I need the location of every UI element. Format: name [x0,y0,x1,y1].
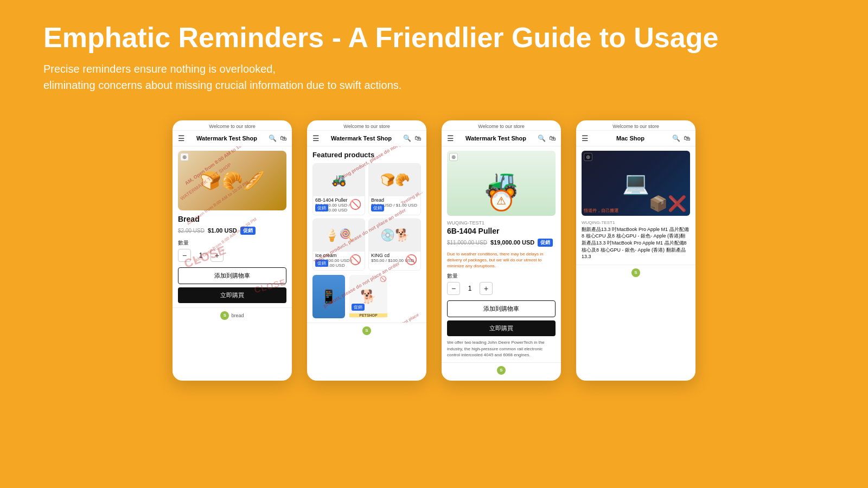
petshop-img-placeholder: 🐕 PETSHOP 🚫 促銷 [349,275,387,318]
phone3-menu-icon[interactable]: ☰ [447,134,454,143]
phone3-price-row: $11,000.00 USD $19,000.00 USD 促銷 [447,239,556,247]
petshop-badge: 促銷 [352,304,365,311]
phone4-nav-icons: 🔍 🛍 [672,134,690,142]
phone2-menu-icon[interactable]: ☰ [312,134,320,143]
phone-mockup-2: Welcome to our store ☰ Watermark Test Sh… [307,120,426,381]
shopify-logo-3: S [497,366,506,375]
tractor-card-img: 🚜 [313,164,365,196]
phone3-qty-minus[interactable]: − [447,282,460,295]
phone-mockup-1: Welcome to our store ☰ Watermark Test Sh… [173,120,292,381]
phone1-badge: 促銷 [240,227,256,235]
phone1-content: AM, Open from 8:00 AM to 10:30 PM WATERM… [173,146,292,307]
tractor-badge: 促銷 [315,204,328,211]
icecream-card-img: 🍦🍭 [313,219,365,252]
phone3-price-new: $19,000.00 USD [490,239,534,246]
product-card-kingcd[interactable]: 💿🐕 🚫 KING cd $50.00 / $100.00 USD [368,219,421,271]
phone1-price-new: $1.00 USD [208,227,237,234]
phone4-nav: ☰ Mac Shop 🔍 🛍 [576,131,695,146]
phone-mockup-4: Welcome to our store ☰ Mac Shop 🔍 🛍 💻 📦❌… [576,120,695,381]
cart-icon-4[interactable]: 🛍 [684,134,690,142]
phone1-nav-icons: 🔍 🛍 [269,134,286,142]
phones-row: Welcome to our store ☰ Watermark Test Sh… [0,120,868,381]
phone1-shop-name: Watermark Test Shop [185,134,269,142]
phone1-qty-value: 1 [195,252,206,259]
bread-card-img: 🍞🥐 [369,164,420,196]
phone2-featured-title: Featured products [312,151,421,159]
phone1-qty-minus[interactable]: − [178,249,191,262]
icecream-no-sign: 🚫 [349,254,361,266]
phone3-tractor-img: 🚜 ⚠ ⊕ [447,151,556,216]
phone3-qty-label: 數量 [447,272,556,280]
icecream-badge: 促銷 [315,260,328,267]
tractor-no-sign: 🚫 [349,198,361,210]
phone3-qty-value: 1 [464,285,475,292]
phone2-store-welcome: Welcome to our store [307,120,426,131]
warning-icon: ⚠ [496,194,506,207]
subtitle: Precise reminders ensure nothing is over… [43,61,825,93]
phone1-store-welcome: Welcome to our store [173,120,292,131]
phone1-product-img-placeholder: 🍞🥐🥖 [178,151,286,210]
phone3-product-name: 6B-1404 Puller [447,227,556,235]
phone3-qty-plus[interactable]: + [480,282,493,295]
kingcd-no-sign: 🚫 [405,254,417,266]
phone2-shopify-footer: S [307,323,426,338]
phone4-content: 💻 📦❌ 悟道件，自己搬運 ⊕ WUQING-TEST1 翻新產品13.3 吋M… [576,146,695,265]
phone3-warning-badge: ⚠ [490,190,512,211]
phone4-menu-icon[interactable]: ☰ [582,134,589,143]
phone1-price-old: $2.00 USD [178,228,205,234]
shopify-logo-4: S [631,268,640,277]
phone-mockup-3: Welcome to our store ☰ Watermark Test Sh… [442,120,561,381]
phone3-qty-row: − 1 + [447,282,556,295]
phone4-sku: WUQING-TEST1 [582,220,690,225]
phone3-price-old: $11,000.00 USD [447,240,487,246]
bread-card-name: Bread [369,196,420,203]
product-card-icecream[interactable]: 🍦🍭 促銷 🚫 Ice cream $100,000.00 USD / $1,0… [312,219,365,271]
phone3-shopify-footer: S [442,362,561,378]
phone1-product-image: 🍞🥐🥖 ⊕ [178,151,286,210]
phone2-nav-icons: 🔍 🛍 [403,134,421,142]
phone1-shopify-footer: S bread [173,307,292,323]
phone1-nav: ☰ Watermark Test Shop 🔍 🛍 [173,131,292,146]
phone4-store-welcome: Welcome to our store [576,120,695,131]
cn-watermark: 悟道件，自己搬運 [584,208,618,214]
phone4-macbook-img: 💻 📦❌ 悟道件，自己搬運 ⊕ [582,151,690,216]
phone1-footer-label: bread [231,313,244,318]
phone3-content: 🚜 ⚠ ⊕ WUQING-TEST1 6B-1404 Puller $11,00… [442,146,561,362]
phone3-nav: ☰ Watermark Test Shop 🔍 🛍 [442,131,561,146]
search-icon[interactable]: 🔍 [269,134,277,142]
product-card-bread[interactable]: 🍞🥐 促銷 Bread $2.00 USD / $1.00 USD [368,163,421,215]
phone1-qty-plus[interactable]: + [210,249,224,262]
macbook-emoji: 💻 [622,170,649,196]
phone1-menu-icon[interactable]: ☰ [178,134,185,143]
phone3-buy-now-btn[interactable]: 立即購買 [447,320,556,336]
product-card-tractor[interactable]: 🚜 促銷 🚫 6B-1404 Puller $11,000.00 USD / $… [312,163,365,215]
phone2-nav: ☰ Watermark Test Shop 🔍 🛍 [307,131,426,146]
kingcd-card-img: 💿🐕 [369,219,420,252]
cart-icon-3[interactable]: 🛍 [549,134,556,142]
cart-icon-2[interactable]: 🛍 [414,134,421,142]
bread-badge: 促銷 [371,204,384,211]
phone2-shop-name: Watermark Test Shop [320,134,403,142]
phone1-price-row: $2.00 USD $1.00 USD 促銷 [178,227,286,235]
page-title: Emphatic Reminders - A Friendlier Guide … [43,22,825,54]
cart-icon[interactable]: 🛍 [280,134,286,142]
phone3-badge: 促銷 [538,239,553,247]
header-section: Emphatic Reminders - A Friendlier Guide … [0,0,868,104]
phone1-buy-now-btn[interactable]: 立即購買 [178,287,286,303]
phone2-products-grid: 🚜 促銷 🚫 6B-1404 Puller $11,000.00 USD / $… [312,163,421,271]
phone3-sku: WUQING-TEST1 [447,220,556,226]
phone1-add-cart-btn[interactable]: 添加到購物車 [178,267,286,284]
phone2-content: Testing product, please do not place an … [307,146,426,323]
phone4-shop-name: Mac Shop [589,134,672,142]
phone3-nav-icons: 🔍 🛍 [538,134,556,142]
shopify-logo-2: S [362,326,371,335]
search-icon-2[interactable]: 🔍 [403,134,411,142]
phone4-shopify-footer: S [576,265,695,280]
phone3-add-cart-btn[interactable]: 添加到購物車 [447,300,556,317]
phone-img-placeholder: 📱 [312,275,345,318]
search-icon-4[interactable]: 🔍 [672,134,680,142]
phone3-description: We offer two leading John Deere PowerTec… [447,339,556,358]
shopify-logo-icon: S [220,311,229,320]
box-watermark: 📦❌ [649,195,687,213]
search-icon-3[interactable]: 🔍 [538,134,546,142]
